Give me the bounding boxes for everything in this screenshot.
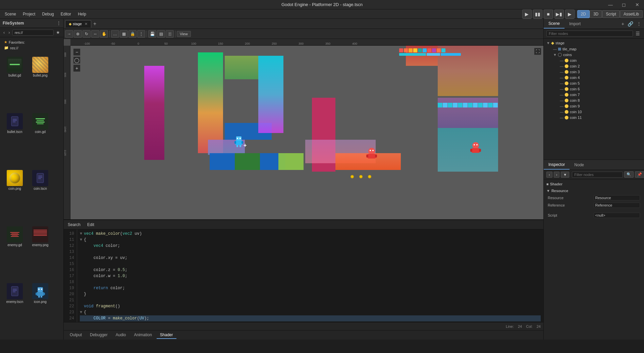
tab-animation[interactable]: Animation <box>130 332 155 339</box>
save-scene[interactable]: 💾 <box>148 30 156 38</box>
link-node-button[interactable]: 🔗 <box>626 20 635 27</box>
minimize-button[interactable]: — <box>604 0 617 9</box>
tab-output[interactable]: Output <box>66 332 85 339</box>
menu-editor[interactable]: Editor <box>57 10 74 18</box>
resource-value[interactable]: Resource <box>594 195 640 201</box>
stop-button[interactable]: ■ <box>544 9 553 19</box>
coin-icon-4: ⬤ <box>565 75 569 80</box>
step-button[interactable]: ▶▮ <box>554 9 564 19</box>
script-value[interactable]: <null> <box>594 213 640 218</box>
inspector-search[interactable] <box>572 172 623 178</box>
menu-help[interactable]: Help <box>74 10 90 18</box>
node-tab[interactable]: Node <box>570 161 589 169</box>
file-enemy-tscn[interactable]: enemy.tscn <box>3 282 27 337</box>
panel-tab-import[interactable]: Import <box>565 19 585 28</box>
nav-back[interactable]: ‹ <box>2 29 6 36</box>
file-coin-gd[interactable]: coin.gd <box>28 112 52 167</box>
panel-tab-scene[interactable]: Scene <box>544 19 565 29</box>
file-label-enemy-tscn: enemy.tscn <box>6 300 23 304</box>
assetlib-mode[interactable]: AssetLib <box>620 10 643 18</box>
select-tool[interactable]: → <box>65 30 73 38</box>
nav-forward[interactable]: › <box>7 29 11 36</box>
tab-close-icon[interactable]: ✕ <box>85 22 88 26</box>
menu-scene[interactable]: Scene <box>1 10 19 18</box>
close-button[interactable]: ✕ <box>631 0 644 9</box>
center-panel: ◆ stage ✕ + → ⊕ ↻ ↔ ✋ … ▦ 🔒 ⋮ 💾 ▤ <box>64 19 543 340</box>
tab-stage[interactable]: ◆ stage ✕ <box>65 20 91 28</box>
tree-item-coin-2[interactable]: — ⬤ coin 2 👁 <box>544 63 644 69</box>
inspector-history[interactable]: ▼ <box>561 172 569 178</box>
nav-bookmark[interactable]: ★ <box>55 29 61 36</box>
editor-menu-search[interactable]: Search <box>66 222 82 228</box>
tree-item-coin-7[interactable]: — ⬤ coin 7 👁 <box>544 92 644 97</box>
file-bullet-tscn[interactable]: bullet.tscn <box>3 112 27 167</box>
reference-value[interactable]: Reference <box>594 203 640 208</box>
file-enemy-gd[interactable]: enemy.gd <box>3 225 27 280</box>
tree-item-tile-map[interactable]: — ▦ tile_map 🔒 ■ 👁 <box>544 46 644 52</box>
tab-audio[interactable]: Audio <box>112 332 129 339</box>
scene-tools[interactable]: ▤ <box>157 30 165 38</box>
play-button[interactable]: ▶ <box>522 9 532 19</box>
view-button[interactable]: View <box>177 31 191 37</box>
zoom-reset-button[interactable]: ◯ <box>73 56 80 64</box>
menu-project[interactable]: Project <box>19 10 39 18</box>
editor-menu-edit[interactable]: Edit <box>86 222 96 228</box>
tree-item-coin-3[interactable]: — ⬤ coin 3 👁 <box>544 69 644 75</box>
file-bullet-gd[interactable]: bullet.gd <box>3 55 27 111</box>
file-enemy-png[interactable]: enemy.png <box>28 225 52 280</box>
tree-item-coin-10[interactable]: — ⬤ coin 10 👁 <box>544 109 644 115</box>
play-scene-button[interactable]: ▶ <box>565 9 575 19</box>
tree-item-coin-8[interactable]: — ⬤ coin 8 👁 <box>544 97 644 103</box>
scene-list-toggle[interactable]: ☰ <box>634 30 641 37</box>
file-icon-png[interactable]: icon.png <box>28 282 52 337</box>
canvas-area[interactable]: + <box>70 46 543 219</box>
snap-toggle[interactable]: … <box>111 30 119 38</box>
scale-tool[interactable]: ↔ <box>91 30 99 38</box>
mode-3d[interactable]: 3D <box>590 10 602 18</box>
tree-item-stage[interactable]: ▼ ◆ stage ▶ 👁 <box>544 40 644 46</box>
script-mode[interactable]: Script <box>602 10 620 18</box>
path-display[interactable]: res:// <box>12 30 54 36</box>
zoom-out-button[interactable]: − <box>73 48 80 56</box>
tab-add-button[interactable]: + <box>91 21 98 27</box>
tree-item-coin-1[interactable]: — ⬤ coin 👁 <box>544 57 644 63</box>
file-coin-tscn[interactable]: coin.tscn <box>28 169 52 224</box>
file-bullet-png[interactable]: bullet.png <box>28 55 52 111</box>
tab-debugger[interactable]: Debugger <box>87 332 111 339</box>
add-node-button[interactable]: + <box>620 20 626 27</box>
anchor-tool[interactable]: ⍐ <box>166 30 174 38</box>
zoom-in-button[interactable]: + <box>73 64 80 72</box>
menu-debug[interactable]: Debug <box>39 10 57 18</box>
tree-item-coin-5[interactable]: — ⬤ coin 5 👁 <box>544 80 644 86</box>
inspector-content: ■ Shader ▼ Resource Resource Resource <box>544 179 644 340</box>
more-tools[interactable]: ⋮ <box>137 30 145 38</box>
tree-item-coin-4[interactable]: — ⬤ coin 4 👁 <box>544 75 644 80</box>
fullscreen-button[interactable]: ⛶ <box>534 48 541 55</box>
tree-item-coin-11[interactable]: — ⬤ coin 11 👁 <box>544 115 644 120</box>
filesystem-menu-icon[interactable]: ⋮ <box>57 21 61 26</box>
pause-button[interactable]: ▮▮ <box>533 9 542 19</box>
rotate-tool[interactable]: ↻ <box>83 30 91 38</box>
inspector-search-btn[interactable]: 🔍 <box>624 171 634 178</box>
tree-item-coins[interactable]: ▼ ◯ coins 👁 <box>544 52 644 57</box>
maximize-button[interactable]: ◻ <box>617 0 631 9</box>
inspector-pin[interactable]: 📌 <box>635 171 644 178</box>
tree-item-coin-6[interactable]: — ⬤ coin 6 👁 <box>544 86 644 92</box>
grid-toggle[interactable]: ▦ <box>120 30 128 38</box>
scene-more-button[interactable]: ⋮ <box>635 20 643 27</box>
resource-section-header[interactable]: ▼ Resource <box>546 189 641 193</box>
filter-nodes-input[interactable] <box>546 31 633 37</box>
favorites-res[interactable]: 📁 res:// <box>3 45 61 51</box>
inspector-back[interactable]: ‹ <box>546 172 552 178</box>
move-tool[interactable]: ⊕ <box>74 30 82 38</box>
inspector-forward[interactable]: › <box>554 172 560 178</box>
inspector-tab[interactable]: Inspector <box>544 160 570 170</box>
lock-tool[interactable]: 🔒 <box>128 30 137 38</box>
pan-tool[interactable]: ✋ <box>100 30 108 38</box>
tab-shader[interactable]: Shader <box>157 332 176 339</box>
file-coin-png[interactable]: coin.png <box>3 169 27 224</box>
code-body[interactable]: ▼ vec4 make_color(vec2 uv) ▼ { vec4 colo… <box>77 229 543 322</box>
mode-2d[interactable]: 2D <box>577 10 590 18</box>
tree-item-coin-9[interactable]: — ⬤ coin 9 👁 <box>544 103 644 109</box>
shader-header[interactable]: ■ Shader <box>546 182 641 186</box>
